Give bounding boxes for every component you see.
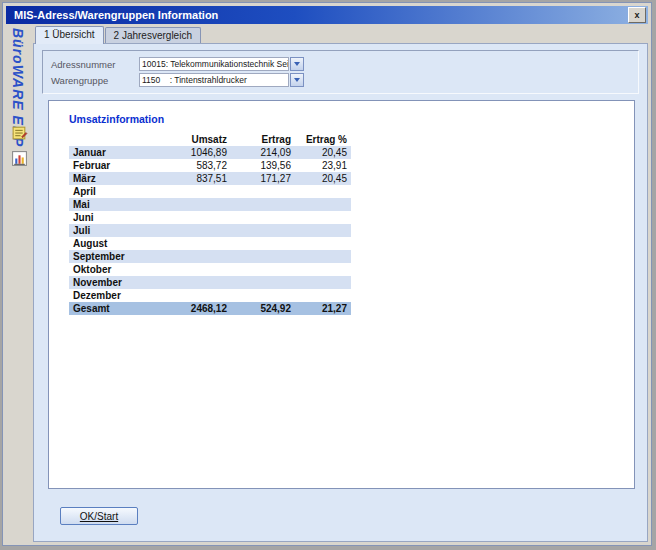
report-panel: Umsatzinformation Umsatz Ertrag Ertrag % [48, 100, 635, 489]
month-cell: September [69, 250, 155, 263]
ertrag-pct-cell: 23,91 [295, 159, 351, 172]
umsatz-cell [155, 263, 231, 276]
umsatz-cell [155, 185, 231, 198]
ertrag-pct-cell [295, 198, 351, 211]
umsatz-cell [155, 250, 231, 263]
window-body: BüroWARE ERP 1 Übersicht 2 Jahresverglei… [6, 24, 648, 542]
ertrag-pct-header: Ertrag % [295, 133, 351, 146]
ertrag-pct-cell [295, 250, 351, 263]
ertrag-header: Ertrag [231, 133, 295, 146]
adressnummer-field[interactable]: 10015: Telekommunikationstechnik Seip / … [139, 57, 289, 71]
table-row: Januar 1046,89 214,09 20,45 [69, 146, 351, 159]
app-window: MIS-Adress/Warengruppen Information x Bü… [2, 2, 652, 546]
client-area: 1 Übersicht 2 Jahresvergleich Adressnumm… [33, 24, 648, 542]
close-button[interactable]: x [628, 7, 646, 23]
table-row: März 837,51 171,27 20,45 [69, 172, 351, 185]
ertrag-cell: 524,92 [231, 302, 295, 315]
window-title: MIS-Adress/Warengruppen Information [14, 9, 628, 21]
ertrag-pct-cell: 20,45 [295, 146, 351, 159]
table-row: August [69, 237, 351, 250]
umsatz-cell: 1046,89 [155, 146, 231, 159]
brand-sidebar: BüroWARE ERP [6, 24, 33, 542]
tab-uebersicht[interactable]: 1 Übersicht [35, 26, 104, 44]
chart-icon[interactable] [11, 150, 28, 167]
ertrag-cell [231, 289, 295, 302]
ertrag-pct-cell [295, 289, 351, 302]
ertrag-pct-cell [295, 224, 351, 237]
form-row-adressnummer: Adressnummer 10015: Telekommunikationste… [51, 56, 630, 72]
umsatz-header: Umsatz [155, 133, 231, 146]
month-cell: Januar [69, 146, 155, 159]
table-row: Mai [69, 198, 351, 211]
ok-start-button[interactable]: OK/Start [60, 507, 138, 525]
month-cell: April [69, 185, 155, 198]
month-cell: August [69, 237, 155, 250]
ertrag-pct-cell: 20,45 [295, 172, 351, 185]
month-cell: Juli [69, 224, 155, 237]
month-cell: Mai [69, 198, 155, 211]
umsatz-cell [155, 211, 231, 224]
table-row: Juli [69, 224, 351, 237]
month-cell: Gesamt [69, 302, 155, 315]
umsatz-cell: 837,51 [155, 172, 231, 185]
table-header-row: Umsatz Ertrag Ertrag % [69, 133, 351, 146]
ertrag-cell [231, 211, 295, 224]
table-row: Dezember [69, 289, 351, 302]
warengruppe-lookup-button[interactable] [290, 73, 304, 87]
form-row-warengruppe: Warengruppe 1150 : Tintenstrahldrucker [51, 72, 630, 88]
tab-panel: Adressnummer 10015: Telekommunikationste… [33, 43, 648, 542]
month-cell: Februar [69, 159, 155, 172]
adressnummer-lookup-button[interactable] [290, 57, 304, 71]
table-row: Juni [69, 211, 351, 224]
ertrag-cell [231, 276, 295, 289]
title-bar[interactable]: MIS-Adress/Warengruppen Information x [6, 6, 648, 24]
ertrag-pct-cell [295, 276, 351, 289]
month-cell: Oktober [69, 263, 155, 276]
table-row: April [69, 185, 351, 198]
month-cell: Juni [69, 211, 155, 224]
table-row: September [69, 250, 351, 263]
ertrag-pct-cell [295, 185, 351, 198]
month-cell: März [69, 172, 155, 185]
month-header [69, 133, 155, 146]
table-total-row: Gesamt 2468,12 524,92 21,27 [69, 302, 351, 315]
ertrag-pct-cell [295, 237, 351, 250]
ertrag-cell [231, 237, 295, 250]
table-row: Februar 583,72 139,56 23,91 [69, 159, 351, 172]
umsatz-cell [155, 198, 231, 211]
umsatz-cell [155, 276, 231, 289]
ertrag-pct-cell [295, 263, 351, 276]
ertrag-cell [231, 224, 295, 237]
chevron-down-icon [294, 62, 300, 66]
chevron-down-icon [294, 78, 300, 82]
umsatz-cell: 583,72 [155, 159, 231, 172]
table-row: November [69, 276, 351, 289]
ertrag-cell: 171,27 [231, 172, 295, 185]
umsatz-cell: 2468,12 [155, 302, 231, 315]
filter-box: Adressnummer 10015: Telekommunikationste… [42, 50, 639, 94]
ertrag-cell [231, 263, 295, 276]
ertrag-cell [231, 198, 295, 211]
report-title: Umsatzinformation [69, 113, 634, 125]
umsatz-cell [155, 224, 231, 237]
ertrag-cell: 214,09 [231, 146, 295, 159]
note-icon[interactable] [11, 124, 28, 141]
umsatz-cell [155, 237, 231, 250]
warengruppe-label: Warengruppe [51, 75, 139, 86]
warengruppe-field[interactable]: 1150 : Tintenstrahldrucker [139, 73, 289, 87]
umsatz-table: Umsatz Ertrag Ertrag % Januar 1046,89 21… [69, 133, 351, 315]
close-icon: x [634, 11, 639, 20]
ertrag-pct-cell: 21,27 [295, 302, 351, 315]
month-cell: Dezember [69, 289, 155, 302]
ertrag-cell [231, 250, 295, 263]
ertrag-pct-cell [295, 211, 351, 224]
tab-jahresvergleich[interactable]: 2 Jahresvergleich [105, 27, 201, 43]
adressnummer-label: Adressnummer [51, 59, 139, 70]
umsatz-cell [155, 289, 231, 302]
tab-bar: 1 Übersicht 2 Jahresvergleich [35, 26, 201, 43]
ertrag-cell [231, 185, 295, 198]
table-row: Oktober [69, 263, 351, 276]
month-cell: November [69, 276, 155, 289]
ertrag-cell: 139,56 [231, 159, 295, 172]
